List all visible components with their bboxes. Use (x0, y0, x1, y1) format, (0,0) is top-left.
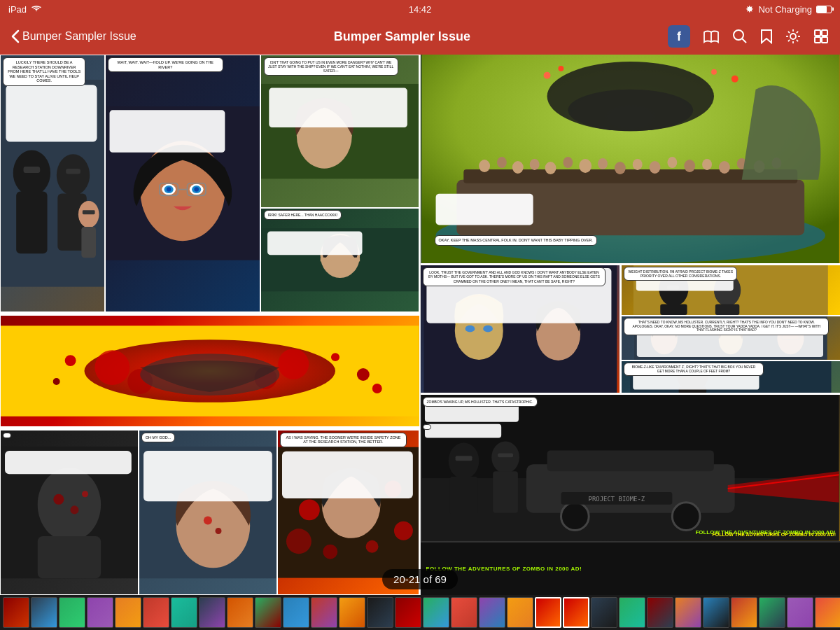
thumb-4[interactable] (87, 597, 113, 628)
thumb-2[interactable] (31, 597, 57, 628)
thumb-5[interactable] (115, 597, 141, 628)
facebook-button[interactable]: f (668, 25, 690, 48)
svg-point-76 (365, 540, 378, 552)
speech-right-4: BIOME-Z-LIKE 'ENVIRONMENT Z', RIGHT? THA… (624, 363, 764, 377)
svg-rect-142 (449, 477, 477, 515)
battery-icon (816, 6, 832, 13)
panel-middle (0, 314, 420, 428)
thumb-3[interactable] (59, 597, 85, 628)
search-icon[interactable] (732, 29, 748, 44)
svg-point-109 (465, 326, 475, 332)
speech-5 (3, 433, 11, 438)
left-page: LUCKILY THERE SHOULD BE A RESEARCH STATI… (0, 55, 421, 595)
thumb-27[interactable] (731, 597, 757, 628)
svg-rect-106 (435, 194, 533, 225)
svg-point-88 (579, 159, 592, 173)
svg-rect-68 (144, 451, 272, 501)
brightness-icon[interactable] (785, 29, 801, 44)
svg-point-90 (614, 162, 625, 174)
thumb-25[interactable] (675, 597, 701, 628)
svg-rect-143 (455, 456, 472, 461)
svg-point-93 (667, 157, 677, 168)
thumb-11[interactable] (283, 597, 309, 628)
panel-3-4: ISN'T THAT GOING TO PUT US IN EVEN MORE … (260, 55, 420, 312)
svg-point-87 (563, 157, 573, 168)
thumb-9[interactable] (227, 597, 253, 628)
thumb-18[interactable] (479, 597, 505, 628)
svg-rect-26 (6, 85, 97, 141)
thumb-6[interactable] (143, 597, 169, 628)
grid-icon[interactable] (813, 29, 829, 44)
promo-text: FOLLOW THE ADVENTURES OF ZOMBO IN 2000 A… (713, 532, 836, 537)
speech-right-3a: WEIGHT DISTRIBUTION. I'M AFRAID PROJECT … (624, 267, 737, 281)
svg-point-137 (672, 503, 700, 531)
bookmark-icon[interactable] (760, 29, 773, 44)
thumbnail-strip[interactable] (0, 595, 840, 630)
svg-rect-59 (38, 536, 101, 578)
thumb-7[interactable] (171, 597, 197, 628)
svg-point-3 (790, 34, 796, 39)
right-mid-row: LOOK, 'TRUST THE GOVERNMENT' AND ALL AND… (421, 265, 841, 395)
thumb-16[interactable] (423, 597, 449, 628)
svg-rect-77 (282, 451, 413, 498)
thumb-17[interactable] (451, 597, 477, 628)
thumb-1[interactable] (3, 597, 29, 628)
right-panel-top: OKAY, KEEP THE MASS CENTRAL FOLK IN. DON… (421, 55, 841, 265)
svg-point-101 (568, 90, 693, 132)
speech-6: OH MY GOD... (141, 433, 176, 443)
right-page: OKAY, KEEP THE MASS CENTRAL FOLK IN. DON… (421, 55, 841, 595)
status-right: ✸ Not Charging (746, 4, 832, 15)
status-bar: iPad 14:42 ✸ Not Charging (0, 0, 840, 18)
svg-rect-41 (269, 88, 407, 127)
page-indicator: 20-21 of 69 (382, 569, 458, 589)
thumb-20[interactable] (535, 597, 561, 628)
svg-point-94 (684, 160, 695, 172)
speech-right-5b (423, 424, 431, 430)
thumb-13[interactable] (339, 597, 365, 628)
svg-point-91 (632, 159, 642, 170)
speech-right-2: LOOK, 'TRUST THE GOVERNMENT' AND ALL AND… (423, 267, 606, 286)
svg-rect-13 (822, 30, 827, 36)
thumb-12[interactable] (311, 597, 337, 628)
thumb-15[interactable] (395, 597, 421, 628)
svg-rect-134 (526, 465, 734, 513)
comic-reader[interactable]: LUCKILY THERE SHOULD BE A RESEARCH STATI… (0, 55, 840, 595)
svg-point-74 (394, 522, 413, 540)
svg-point-96 (718, 161, 729, 174)
thumb-28[interactable] (759, 597, 785, 628)
panel-2: WAIT, WAIT. WAIT—HOLD UP. WE'RE GOING ON… (105, 55, 260, 312)
book-open-icon[interactable] (703, 29, 720, 43)
thumb-14[interactable] (367, 597, 393, 628)
svg-point-47 (94, 350, 130, 385)
thumb-19[interactable] (507, 597, 533, 628)
right-panel-mid-left: LOOK, 'TRUST THE GOVERNMENT' AND ALL AND… (421, 265, 622, 393)
thumb-26[interactable] (703, 597, 729, 628)
svg-rect-115 (661, 304, 687, 315)
thumb-30[interactable] (815, 597, 840, 628)
page-title: Bumper Sampler Issue (334, 29, 470, 44)
svg-point-53 (357, 368, 370, 381)
thumb-22[interactable] (591, 597, 617, 628)
svg-point-1 (734, 30, 743, 40)
svg-point-67 (215, 528, 221, 534)
svg-point-95 (702, 159, 712, 170)
top-panels-row: LUCKILY THERE SHOULD BE A RESEARCH STATI… (0, 55, 420, 314)
svg-rect-38 (109, 110, 225, 152)
speech-right-1: OKAY, KEEP THE MASS CENTRAL FOLK IN. DON… (435, 235, 597, 246)
device-label: iPad (8, 4, 27, 15)
thumb-21[interactable] (563, 597, 589, 628)
wifi-icon (31, 4, 42, 15)
back-button[interactable]: Bumper Sampler Issue (11, 29, 136, 43)
thumb-8[interactable] (199, 597, 225, 628)
svg-point-83 (496, 157, 506, 168)
thumb-10[interactable] (255, 597, 281, 628)
thumb-29[interactable] (787, 597, 813, 628)
panel-bottom-1 (0, 430, 139, 595)
thumb-24[interactable] (647, 597, 673, 628)
panel-bottom-2: OH MY GOD... (139, 430, 277, 595)
svg-point-73 (286, 528, 312, 554)
svg-point-49 (278, 349, 309, 379)
svg-rect-44 (267, 232, 362, 255)
thumb-23[interactable] (619, 597, 645, 628)
svg-point-102 (543, 72, 550, 79)
